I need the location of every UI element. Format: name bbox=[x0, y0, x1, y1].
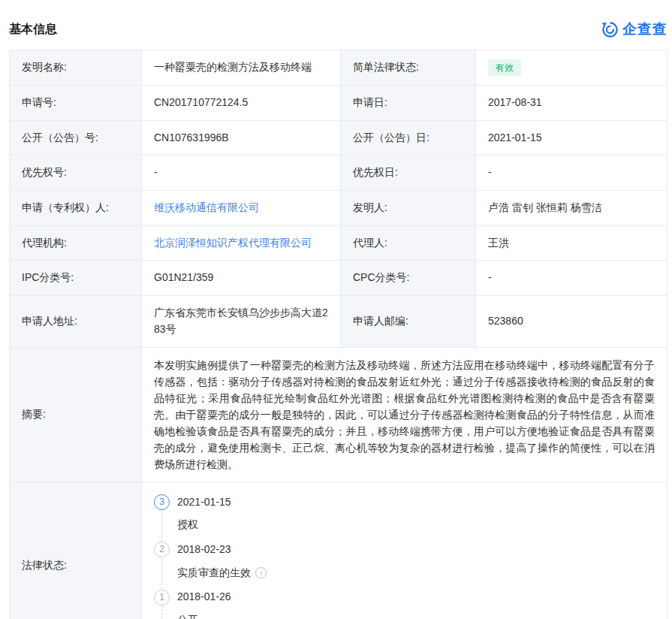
status-badge: 有效 bbox=[488, 59, 521, 76]
field-value-legal-status: 3 2021-01-15 授权 2 2018-02-23 bbox=[141, 482, 667, 619]
timeline-status: 实质审查的生效 bbox=[177, 565, 251, 581]
timeline-step-number: 1 bbox=[154, 590, 170, 605]
applicant-company-link[interactable]: 维沃移动通信有限公司 bbox=[154, 200, 259, 216]
field-value-publication-date: 2021-01-15 bbox=[475, 121, 667, 156]
field-label-publication-date: 公开（公告）日: bbox=[340, 121, 475, 156]
basic-info-table: 发明名称: 一种罂粟壳的检测方法及移动终端 简单法律状态: 有效 申请号: CN… bbox=[9, 50, 667, 619]
field-label-agency: 代理机构: bbox=[10, 226, 141, 261]
field-label-invention-name: 发明名称: bbox=[10, 50, 141, 85]
timeline-status: 公开 bbox=[177, 612, 198, 619]
page-header: 基本信息 企查查 bbox=[9, 20, 667, 39]
table-row-abstract: 摘要: 本发明实施例提供了一种罂粟壳的检测方法及移动终端，所述方法应用在移动终端… bbox=[10, 348, 667, 482]
table-row: 代理机构: 北京润泽恒知识产权代理有限公司 代理人: 王洪 bbox=[10, 226, 667, 261]
legal-status-item: 3 2021-01-15 授权 bbox=[154, 494, 267, 542]
field-label-legal-status-simple: 简单法律状态: bbox=[340, 50, 475, 85]
field-label-cpc-class: CPC分类号: bbox=[340, 261, 475, 295]
qichacha-logo-icon bbox=[601, 21, 619, 38]
timeline-status: 授权 bbox=[177, 517, 198, 533]
table-row: 发明名称: 一种罂粟壳的检测方法及移动终端 简单法律状态: 有效 bbox=[10, 50, 667, 86]
info-icon[interactable]: i bbox=[255, 567, 267, 578]
field-value-applicant-address: 广东省东莞市长安镇乌沙步步高大道283号 bbox=[141, 296, 340, 346]
table-row: 公开（公告）号: CN107631996B 公开（公告）日: 2021-01-1… bbox=[10, 121, 667, 156]
field-value-priority-number: - bbox=[141, 156, 340, 190]
field-value-applicant-zipcode: 523860 bbox=[475, 296, 667, 346]
field-label-applicant: 申请（专利权）人: bbox=[10, 191, 141, 225]
field-value-application-number: CN201710772124.5 bbox=[141, 86, 340, 120]
legal-status-item: 2 2018-02-23 实质审查的生效 i bbox=[154, 542, 267, 589]
field-label-applicant-zipcode: 申请人邮编: bbox=[340, 296, 475, 346]
field-value-cpc-class: - bbox=[475, 261, 667, 295]
field-value-agency: 北京润泽恒知识产权代理有限公司 bbox=[141, 226, 340, 261]
field-value-ipc-class: G01N21/359 bbox=[141, 261, 340, 295]
field-value-applicant: 维沃移动通信有限公司 bbox=[141, 191, 340, 225]
field-value-application-date: 2017-08-31 bbox=[475, 86, 667, 120]
field-value-publication-number: CN107631996B bbox=[141, 121, 340, 156]
field-label-legal-status: 法律状态: bbox=[10, 482, 141, 619]
field-value-inventors: 卢浩 雷钊 张恒莉 杨雪洁 bbox=[475, 191, 667, 225]
field-value-agent: 王洪 bbox=[475, 226, 667, 261]
qichacha-logo[interactable]: 企查查 bbox=[601, 20, 667, 39]
timeline-date: 2018-01-26 bbox=[177, 589, 231, 605]
timeline-date: 2018-02-23 bbox=[177, 542, 231, 558]
brand-name: 企查查 bbox=[622, 20, 667, 39]
table-row: 申请（专利权）人: 维沃移动通信有限公司 发明人: 卢浩 雷钊 张恒莉 杨雪洁 bbox=[10, 191, 667, 226]
field-label-inventors: 发明人: bbox=[340, 191, 475, 225]
field-label-abstract: 摘要: bbox=[10, 348, 141, 482]
field-label-application-number: 申请号: bbox=[10, 86, 141, 120]
field-label-publication-number: 公开（公告）号: bbox=[10, 121, 141, 156]
field-label-ipc-class: IPC分类号: bbox=[10, 261, 141, 295]
field-value-legal-status-simple: 有效 bbox=[475, 50, 667, 85]
field-label-priority-number: 优先权号: bbox=[10, 156, 141, 190]
field-label-priority-date: 优先权日: bbox=[340, 156, 475, 190]
timeline-step-number: 3 bbox=[154, 494, 170, 510]
agency-company-link[interactable]: 北京润泽恒知识产权代理有限公司 bbox=[154, 235, 312, 252]
abstract-text: 本发明实施例提供了一种罂粟壳的检测方法及移动终端，所述方法应用在移动终端中，移动… bbox=[154, 357, 655, 473]
page-title: 基本信息 bbox=[9, 22, 57, 38]
field-value-abstract: 本发明实施例提供了一种罂粟壳的检测方法及移动终端，所述方法应用在移动终端中，移动… bbox=[141, 348, 667, 482]
table-row: 申请号: CN201710772124.5 申请日: 2017-08-31 bbox=[10, 86, 667, 121]
field-label-application-date: 申请日: bbox=[340, 86, 475, 120]
legal-status-item: 1 2018-01-26 公开 bbox=[154, 589, 267, 619]
legal-status-timeline: 3 2021-01-15 授权 2 2018-02-23 bbox=[154, 491, 267, 619]
timeline-date: 2021-01-15 bbox=[177, 494, 231, 511]
field-label-applicant-address: 申请人地址: bbox=[10, 296, 141, 346]
timeline-step-number: 2 bbox=[154, 542, 170, 557]
table-row: 优先权号: - 优先权日: - bbox=[10, 156, 667, 191]
field-label-agent: 代理人: bbox=[340, 226, 475, 261]
field-value-invention-name: 一种罂粟壳的检测方法及移动终端 bbox=[141, 50, 340, 85]
table-row-legal-status: 法律状态: 3 2021-01-15 授权 2 bbox=[10, 482, 667, 619]
field-value-priority-date: - bbox=[475, 156, 667, 190]
patent-basic-info-page: 基本信息 企查查 发明名称: 一种罂粟壳的检测方法及移动终端 简单法律状态: 有… bbox=[9, 0, 667, 619]
table-row: 申请人地址: 广东省东莞市长安镇乌沙步步高大道283号 申请人邮编: 52386… bbox=[10, 296, 667, 347]
table-row: IPC分类号: G01N21/359 CPC分类号: - bbox=[10, 261, 667, 296]
